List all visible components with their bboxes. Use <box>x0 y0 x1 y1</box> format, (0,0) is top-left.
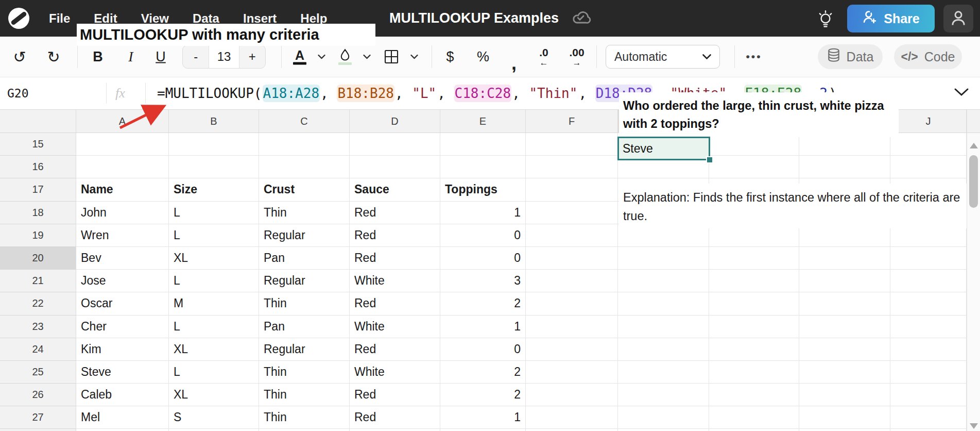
cell-D[interactable] <box>350 429 440 431</box>
cell-I16[interactable] <box>799 156 890 178</box>
cell-B21[interactable]: L <box>169 270 259 292</box>
cell-J23[interactable] <box>890 316 967 338</box>
cell-G25[interactable] <box>618 361 709 384</box>
document-title[interactable]: MULTILOOKUP Examples <box>389 10 559 26</box>
cell-G20[interactable] <box>618 247 709 270</box>
tips-lightbulb-icon[interactable] <box>817 9 834 31</box>
cell-F19[interactable] <box>526 224 618 247</box>
font-size-decrease-button[interactable]: - <box>183 45 209 68</box>
cell-E19[interactable]: 0 <box>440 224 526 247</box>
cell-I[interactable] <box>799 429 890 431</box>
cell-G18-question[interactable]: Who ordered the large, thin crust, white… <box>619 92 899 137</box>
cell-I27[interactable] <box>799 406 890 429</box>
column-header-F[interactable]: F <box>526 110 618 133</box>
column-header-E[interactable]: E <box>440 110 526 133</box>
fill-color-dropdown-chevron-icon[interactable] <box>360 55 373 59</box>
cell-F18[interactable] <box>526 202 618 224</box>
cell-F25[interactable] <box>526 361 618 384</box>
cell-D23[interactable]: White <box>350 316 440 338</box>
cell-B20[interactable]: XL <box>169 247 259 270</box>
cell-B16[interactable] <box>169 156 259 178</box>
cell-B19[interactable]: L <box>169 224 259 247</box>
cell-H23[interactable] <box>709 316 799 338</box>
cell-C25[interactable]: Thin <box>259 361 350 384</box>
cell-G27[interactable] <box>618 406 709 429</box>
cell-E21[interactable]: 3 <box>440 270 526 292</box>
cell-G23[interactable] <box>618 316 709 338</box>
cell-H22[interactable] <box>709 292 799 315</box>
more-options-button[interactable]: ••• <box>742 51 766 63</box>
row-header-next[interactable] <box>0 429 76 431</box>
cell-A16[interactable] <box>76 156 169 178</box>
row-header-15[interactable]: 15 <box>0 133 76 156</box>
comma-format-button[interactable]: , <box>503 53 525 74</box>
cell-B26[interactable]: XL <box>169 384 259 406</box>
scroll-up-arrow-icon[interactable] <box>970 143 978 148</box>
cell-H27[interactable] <box>709 406 799 429</box>
cell-E16[interactable] <box>440 156 526 178</box>
cell-E18[interactable]: 1 <box>440 202 526 224</box>
cell-E17[interactable]: Toppings <box>440 178 526 201</box>
cell-B24[interactable]: XL <box>169 338 259 361</box>
cell-J20[interactable] <box>890 247 967 270</box>
cell-E27[interactable]: 1 <box>440 406 526 429</box>
cell-A26[interactable]: Caleb <box>76 384 169 406</box>
cell-G21[interactable] <box>618 270 709 292</box>
cell-A25[interactable]: Steve <box>76 361 169 384</box>
scroll-down-arrow-icon[interactable] <box>970 423 978 429</box>
cell-D27[interactable]: Red <box>350 406 440 429</box>
cell-A24[interactable]: Kim <box>76 338 169 361</box>
cell-C15[interactable] <box>259 133 350 156</box>
text-color-button[interactable]: A <box>288 49 311 65</box>
cell-C[interactable] <box>259 429 350 431</box>
column-header-D[interactable]: D <box>350 110 440 133</box>
selected-cell-G20[interactable]: Steve <box>617 137 710 160</box>
cell-F27[interactable] <box>526 406 618 429</box>
cell-A18[interactable]: John <box>76 202 169 224</box>
cell-B15[interactable] <box>169 133 259 156</box>
code-panel-button[interactable]: </> Code <box>894 44 962 69</box>
cell-D18[interactable]: Red <box>350 202 440 224</box>
row-header-27[interactable]: 27 <box>0 406 76 429</box>
share-button[interactable]: Share <box>847 5 935 32</box>
row-header-24[interactable]: 24 <box>0 338 76 361</box>
row-header-17[interactable]: 17 <box>0 178 76 201</box>
undo-button[interactable]: ↺ <box>8 48 31 66</box>
cell-C17[interactable]: Crust <box>259 178 350 201</box>
cell-A21[interactable]: Jose <box>76 270 169 292</box>
cell-H[interactable] <box>709 429 799 431</box>
row-header-22[interactable]: 22 <box>0 292 76 315</box>
cell-H21[interactable] <box>709 270 799 292</box>
data-panel-button[interactable]: Data <box>818 44 883 69</box>
percent-format-button[interactable]: % <box>472 49 494 65</box>
cell-H25[interactable] <box>709 361 799 384</box>
cell-H16[interactable] <box>709 156 799 178</box>
cell-A17[interactable]: Name <box>76 178 169 201</box>
redo-button[interactable]: ↻ <box>42 48 65 66</box>
cell-H24[interactable] <box>709 338 799 361</box>
row-header-16[interactable]: 16 <box>0 156 76 178</box>
number-format-dropdown[interactable]: Automatic <box>606 45 720 69</box>
cell-F24[interactable] <box>526 338 618 361</box>
column-header-J[interactable]: J <box>890 110 967 133</box>
cell-E25[interactable]: 2 <box>440 361 526 384</box>
column-header-B[interactable]: B <box>169 110 259 133</box>
cell-D22[interactable]: Red <box>350 292 440 315</box>
cell-H20[interactable] <box>709 247 799 270</box>
text-color-dropdown-chevron-icon[interactable] <box>315 55 328 59</box>
name-box-cell-reference[interactable]: G20 <box>7 77 29 109</box>
cell-C24[interactable]: Regular <box>259 338 350 361</box>
cell-B18[interactable]: L <box>169 202 259 224</box>
cell-F[interactable] <box>526 429 618 431</box>
cell-E20[interactable]: 0 <box>440 247 526 270</box>
cell-E26[interactable]: 2 <box>440 384 526 406</box>
cell-B[interactable] <box>169 429 259 431</box>
cell-J22[interactable] <box>890 292 967 315</box>
account-avatar-button[interactable] <box>943 5 973 32</box>
cell-E[interactable] <box>440 429 526 431</box>
cell-B17[interactable]: Size <box>169 178 259 201</box>
cell-D16[interactable] <box>350 156 440 178</box>
cell-F21[interactable] <box>526 270 618 292</box>
cell-H26[interactable] <box>709 384 799 406</box>
cell-C19[interactable]: Regular <box>259 224 350 247</box>
